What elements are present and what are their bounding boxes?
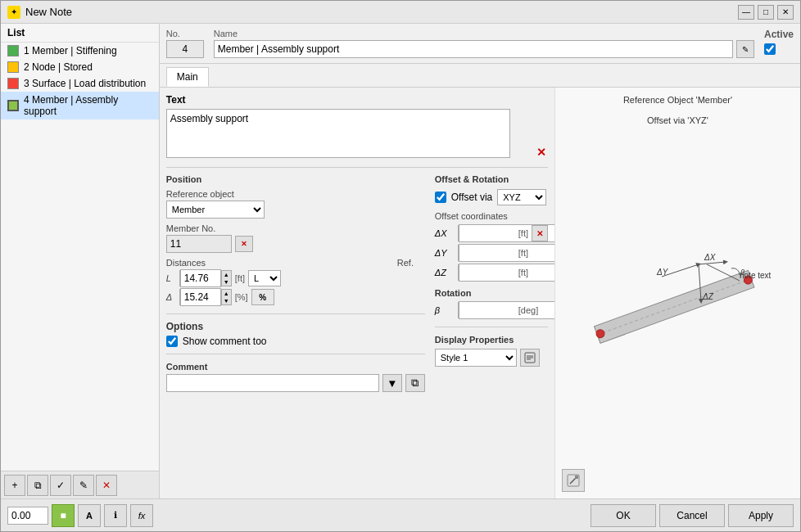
member-no-clear-button[interactable]: ✕	[235, 236, 253, 252]
item-color-3	[7, 78, 19, 89]
coord-input[interactable]	[7, 507, 48, 525]
offset-via-label: Offset via	[451, 192, 492, 203]
footer-text-button[interactable]: A	[78, 504, 101, 527]
list-item[interactable]: 3 Surface | Load distribution	[1, 75, 159, 92]
comment-dropdown-button[interactable]: ▼	[382, 374, 402, 392]
item-label-2: 2 Node | Stored	[24, 61, 93, 73]
text-input[interactable]: Assembly support	[166, 109, 510, 158]
list-items: 1 Member | Stiffening 2 Node | Stored 3 …	[1, 43, 159, 471]
delta-spin-up[interactable]: ▲	[221, 290, 231, 297]
l-input[interactable]	[180, 269, 221, 287]
dx-spinbox: ▲ ▼	[458, 225, 515, 241]
dy-input[interactable]	[459, 244, 554, 262]
delta-distance-row: Δ ▲ ▼ [%] %	[166, 289, 425, 305]
beta-unit: [deg]	[518, 305, 538, 315]
dy-unit: [ft]	[518, 248, 528, 258]
text-clear-button[interactable]: ✕	[536, 146, 546, 159]
l-spin-down[interactable]: ▼	[221, 278, 231, 286]
svg-text:β: β	[740, 268, 744, 277]
ref-info-line2: Offset via 'XYZ'	[647, 115, 708, 127]
rotation-label: Rotation	[435, 288, 472, 298]
delete-item-button[interactable]: ✕	[96, 475, 117, 496]
footer-fx-button[interactable]: fx	[130, 504, 153, 527]
dx-row: ΔX ▲ ▼ [ft] ✕	[435, 225, 548, 241]
svg-text:ΔY: ΔY	[656, 268, 669, 277]
show-comment-checkbox[interactable]	[166, 336, 178, 347]
dy-spinbox: ▲ ▼	[458, 245, 515, 261]
item-label-4: 4 Member | Assembly support	[24, 94, 152, 117]
cancel-button[interactable]: Cancel	[659, 504, 725, 527]
display-properties-label: Display Properties	[435, 335, 514, 345]
name-input[interactable]	[214, 40, 733, 58]
delta-spin-down[interactable]: ▼	[221, 297, 231, 304]
member-no-input[interactable]	[166, 235, 232, 253]
tab-main[interactable]: Main	[166, 67, 209, 87]
item-color-1	[7, 45, 19, 56]
footer-green-button[interactable]: ■	[52, 504, 75, 527]
beta-input[interactable]	[459, 301, 554, 319]
distances-label: Distances	[166, 258, 206, 268]
header-row: No. Name ✎ Active	[160, 24, 800, 64]
app-icon: ✦	[7, 6, 20, 19]
name-edit-button[interactable]: ✎	[736, 40, 754, 58]
diagram-svg: note text ΔY ΔX ΔZ β	[580, 219, 776, 383]
add-item-button[interactable]: +	[4, 475, 25, 496]
ref-object-select[interactable]: Member	[166, 201, 265, 219]
list-item-active[interactable]: 4 Member | Assembly support	[1, 92, 159, 119]
delta-input[interactable]	[180, 288, 221, 306]
member-no-label: Member No.	[166, 223, 425, 233]
footer: ■ A ℹ fx OK Cancel Apply	[1, 498, 800, 531]
list-item[interactable]: 1 Member | Stiffening	[1, 43, 159, 59]
comment-copy-button[interactable]: ⧉	[405, 374, 425, 392]
diagram-tool-button[interactable]	[562, 469, 585, 492]
edit-item-button[interactable]: ✎	[73, 475, 94, 496]
active-group: Active	[764, 29, 794, 55]
diagram-panel: Reference Object 'Member' Offset via 'XY…	[554, 88, 800, 498]
style-edit-button[interactable]	[520, 349, 540, 367]
no-label: No.	[166, 29, 204, 38]
dz-spinbox: ▲ ▼	[458, 264, 515, 281]
footer-info-button[interactable]: ℹ	[104, 504, 127, 527]
list-item[interactable]: 2 Node | Stored	[1, 59, 159, 75]
l-ref-select[interactable]: L	[248, 270, 281, 286]
minimize-button[interactable]: —	[738, 5, 754, 20]
dx-clear-button[interactable]: ✕	[532, 225, 548, 241]
title-bar: ✦ New Note — □ ✕	[1, 1, 800, 24]
close-button[interactable]: ✕	[777, 5, 794, 20]
options-section: Options Show comment too	[166, 321, 425, 347]
offset-via-select[interactable]: XYZ	[497, 189, 546, 205]
percent-button[interactable]: %	[251, 289, 274, 305]
name-label: Name	[214, 29, 754, 38]
ok-button[interactable]: OK	[591, 504, 656, 527]
l-spin-up[interactable]: ▲	[221, 271, 231, 278]
comment-section: Comment ▼ ⧉	[166, 361, 425, 392]
comment-input[interactable]	[166, 374, 379, 392]
dz-unit: [ft]	[518, 268, 528, 277]
item-color-4	[7, 100, 19, 111]
maximize-button[interactable]: □	[758, 5, 774, 20]
left-panel: List 1 Member | Stiffening 2 Node | Stor…	[1, 24, 160, 498]
active-checkbox[interactable]	[764, 43, 776, 55]
svg-text:ΔX: ΔX	[704, 253, 716, 262]
l-label: L	[166, 273, 176, 283]
beta-label: β	[435, 305, 455, 315]
offset-label: Offset & Rotation	[435, 174, 548, 184]
style-select[interactable]: Style 1	[435, 349, 517, 367]
no-group: No.	[166, 29, 204, 58]
check-item-button[interactable]: ✓	[50, 475, 71, 496]
main-content: List 1 Member | Stiffening 2 Node | Stor…	[1, 24, 800, 498]
no-input[interactable]	[166, 40, 204, 58]
right-area: No. Name ✎ Active	[160, 24, 800, 498]
distances-group: Distances Ref. L ▲ ▼	[166, 258, 425, 305]
dx-label: ΔX	[435, 228, 455, 238]
apply-button[interactable]: Apply	[728, 504, 794, 527]
show-comment-label: Show comment too	[183, 336, 267, 347]
window-title: New Note	[25, 6, 733, 18]
footer-left: ■ A ℹ fx	[7, 504, 153, 527]
diagram-area: note text ΔY ΔX ΔZ β	[580, 134, 776, 469]
two-col-layout: Position Reference object Member Member …	[166, 174, 548, 392]
title-bar-controls: — □ ✕	[738, 5, 794, 20]
offset-via-checkbox[interactable]	[435, 192, 446, 203]
copy-item-button[interactable]: ⧉	[27, 475, 48, 496]
dz-input[interactable]	[459, 264, 554, 282]
